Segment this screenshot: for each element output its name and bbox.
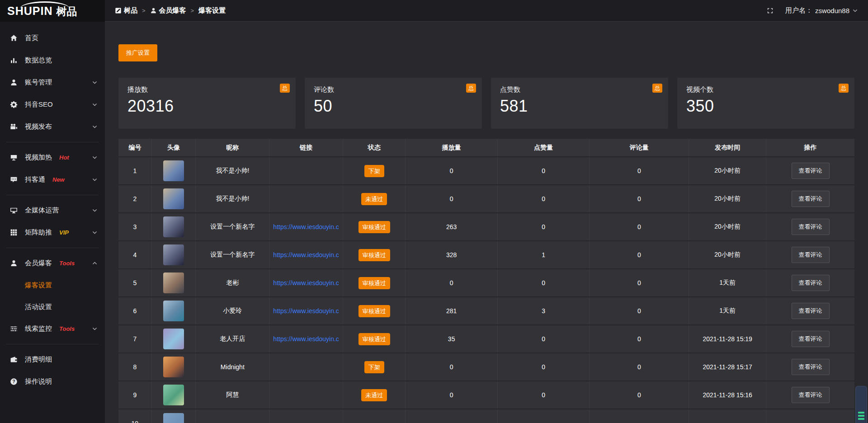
app-logo[interactable]: SHUPIN 树品 — [0, 0, 105, 22]
sidebar-subitem-baoke-settings[interactable]: 爆客设置 — [0, 274, 105, 296]
sidebar-item-matrix-boost[interactable]: 矩阵助推VIP — [0, 221, 105, 244]
floating-widget[interactable] — [855, 386, 867, 423]
cell-actions: 查看评论 — [766, 381, 854, 409]
sidebar-subitem-activity-settings[interactable]: 活动设置 — [0, 296, 105, 318]
cell-link — [269, 185, 343, 213]
status-badge: 审核通过 — [359, 221, 390, 233]
cell-id: 2 — [118, 185, 151, 213]
total-badge: 总 — [652, 84, 662, 93]
user-icon — [10, 259, 18, 268]
status-badge: 审核通过 — [359, 333, 390, 345]
column-header: 播放量 — [406, 139, 498, 157]
cell-comments: 0 — [590, 381, 689, 409]
cell-link: https://www.iesdouyin.c — [269, 297, 343, 325]
sidebar-item-member-baoke[interactable]: 会员爆客Tools — [0, 252, 105, 274]
cell-id: 5 — [118, 269, 151, 297]
cell-status: 审核通过 — [343, 325, 406, 353]
sidebar-item-douketong[interactable]: 抖客通New — [0, 169, 105, 191]
sidebar-item-home[interactable]: 首页 — [0, 27, 105, 49]
table-row: 4设置一个新名字https://www.iesdouyin.c审核通过32810… — [118, 241, 854, 269]
video-link[interactable]: https://www.iesdouyin.c — [271, 335, 341, 343]
video-link[interactable]: https://www.iesdouyin.c — [271, 279, 341, 287]
stat-card-title: 点赞数 — [500, 85, 659, 94]
column-header: 操作 — [766, 139, 854, 157]
dashboard-icon — [115, 7, 122, 14]
view-comments-button[interactable]: 查看评论 — [792, 387, 830, 403]
stat-card-2: 评论数50总 — [305, 78, 482, 129]
status-badge: 下架 — [364, 165, 384, 177]
sidebar-item-clue-monitor[interactable]: 线索监控Tools — [0, 318, 105, 340]
sidebar-item-douyin-seo[interactable]: 抖音SEO — [0, 94, 105, 116]
video-link[interactable]: https://www.iesdouyin.c — [271, 223, 341, 230]
avatar — [163, 216, 184, 237]
cell-id: 8 — [118, 353, 151, 381]
stat-card-value: 20316 — [127, 97, 287, 116]
sidebar-item-consumption-details[interactable]: 消费明细 — [0, 348, 105, 371]
logo-arc-decoration — [20, 1, 70, 9]
view-comments-button[interactable]: 查看评论 — [792, 163, 830, 179]
monitor-icon — [10, 207, 18, 215]
cell-plays: 328 — [406, 241, 498, 269]
breadcrumb-item-2[interactable]: 会员爆客 — [150, 6, 186, 15]
sidebar-item-tag: VIP — [59, 229, 69, 236]
sidebar-item-account-management[interactable]: 账号管理 — [0, 71, 105, 94]
column-header: 评论量 — [590, 139, 689, 157]
cell-id: 1 — [118, 157, 151, 185]
cell-nickname: 我不是小帅! — [196, 157, 269, 185]
wallet-icon — [10, 356, 18, 364]
sidebar-item-video-heat[interactable]: 视频加热Hot — [0, 146, 105, 169]
cell-actions: 查看评论 — [766, 185, 854, 213]
sidebar-item-media-operation[interactable]: 全媒体运营 — [0, 199, 105, 221]
sidebar-item-tag: Hot — [59, 154, 69, 161]
cell-comments: 0 — [590, 157, 689, 185]
stat-card-1: 播放数20316总 — [118, 78, 296, 129]
sidebar-item-operation-guide[interactable]: ?操作说明 — [0, 371, 105, 393]
table-header-row: 编号头像昵称链接状态播放量点赞量评论量发布时间操作 — [118, 139, 854, 157]
question-icon: ? — [10, 378, 18, 386]
breadcrumb-item-1[interactable]: 树品 — [115, 6, 137, 15]
view-comments-button[interactable]: 查看评论 — [792, 247, 830, 263]
promo-settings-button[interactable]: 推广设置 — [118, 44, 157, 61]
sidebar-item-video-publish[interactable]: 视频发布 — [0, 116, 105, 138]
grid-icon — [10, 229, 18, 237]
fullscreen-icon[interactable] — [767, 7, 774, 14]
sidebar-divider — [6, 142, 99, 142]
chevron-down-icon — [92, 80, 98, 85]
sidebar: SHUPIN 树品 首页数据总览账号管理抖音SEO视频发布视频加热Hot抖客通N… — [0, 0, 105, 423]
sliders-icon — [10, 325, 18, 333]
breadcrumb-item-3[interactable]: 爆客设置 — [198, 6, 226, 15]
chevron-down-icon — [92, 230, 98, 235]
cell-publish-time: 20小时前 — [689, 185, 766, 213]
sidebar-item-tag: New — [52, 176, 65, 183]
cell-publish-time: 2021-11-28 15:16 — [689, 381, 766, 409]
user-menu[interactable]: 用户名： zswodun88 — [785, 6, 858, 15]
sidebar-item-label: 视频发布 — [25, 122, 52, 131]
cell-comments: 0 — [590, 185, 689, 213]
status-badge: 未通过 — [361, 193, 387, 205]
view-comments-button[interactable]: 查看评论 — [792, 359, 830, 375]
video-link[interactable]: https://www.iesdouyin.c — [271, 307, 341, 315]
cell-link — [269, 409, 343, 423]
cell-status: 审核通过 — [343, 269, 406, 297]
sidebar-item-label: 线索监控 — [25, 324, 52, 333]
user-icon — [150, 7, 157, 14]
breadcrumb: 树品>会员爆客>爆客设置 — [115, 6, 226, 15]
view-comments-button[interactable]: 查看评论 — [792, 303, 830, 319]
chevron-down-icon — [92, 207, 98, 213]
chevron-down-icon — [92, 155, 98, 160]
view-comments-button[interactable]: 查看评论 — [792, 191, 830, 207]
cell-avatar — [151, 353, 196, 381]
sidebar-item-data-overview[interactable]: 数据总览 — [0, 49, 105, 71]
stat-card-value: 350 — [686, 97, 845, 116]
cell-status: 审核通过 — [343, 297, 406, 325]
cell-status — [343, 409, 406, 423]
cell-nickname: 小爱玲 — [196, 297, 269, 325]
view-comments-button[interactable]: 查看评论 — [792, 331, 830, 347]
video-link[interactable]: https://www.iesdouyin.c — [271, 251, 341, 258]
sidebar-item-tag: Tools — [59, 260, 75, 267]
view-comments-button[interactable]: 查看评论 — [792, 275, 830, 291]
view-comments-button[interactable]: 查看评论 — [792, 219, 830, 235]
cell-likes: 0 — [497, 185, 590, 213]
stat-card-title: 视频个数 — [686, 85, 845, 94]
topbar: 树品>会员爆客>爆客设置 用户名： zswodun88 — [105, 0, 868, 22]
